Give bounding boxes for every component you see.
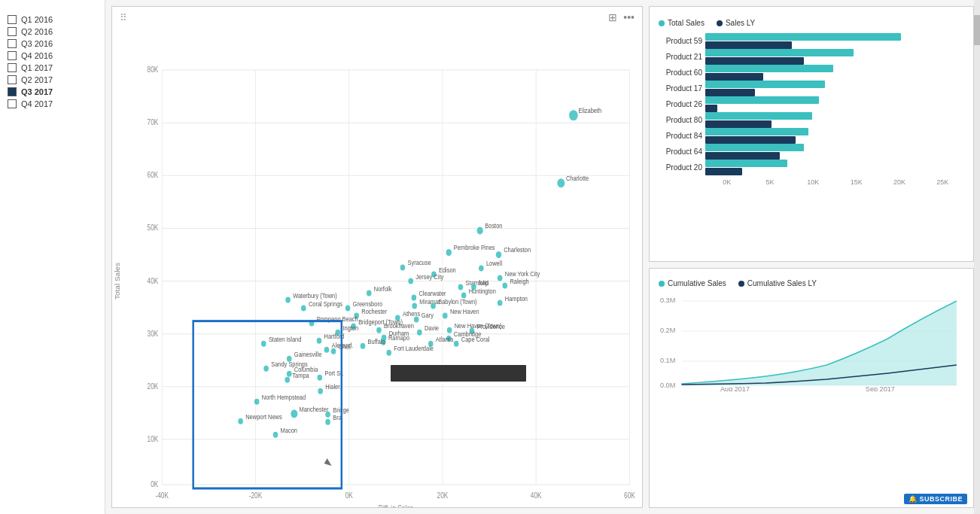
checkbox-7[interactable]	[8, 99, 17, 108]
svg-text:Gary: Gary	[422, 312, 434, 319]
sidebar-item-q1-2016[interactable]: Q1 2016	[8, 15, 97, 24]
legend-cum-sales-ly: Cumulative Sales LY	[738, 279, 817, 287]
bar-total-2	[705, 65, 833, 72]
scatter-plot: .grid-line { stroke: #e8e8e8; stroke-wid…	[112, 25, 642, 507]
sidebar-label-2: Q3 2016	[21, 39, 53, 48]
svg-text:20K: 20K	[148, 382, 160, 391]
bar-row-4: Product 26	[659, 96, 964, 112]
scrollbar-thumb[interactable]	[974, 15, 980, 45]
legend-cum-sales: Cumulative Sales	[659, 279, 726, 287]
checkbox-6[interactable]	[8, 87, 17, 96]
sidebar-item-q4-2016[interactable]: Q4 2016	[8, 51, 97, 60]
checkbox-1[interactable]	[8, 27, 17, 36]
svg-rect-144	[193, 321, 342, 488]
scrollbar[interactable]	[974, 0, 980, 514]
svg-point-70	[285, 297, 291, 303]
svg-text:Fort Lauderdale: Fort Lauderdale	[394, 345, 434, 352]
sidebar-item-q3-2017[interactable]: Q3 2017	[8, 87, 97, 96]
svg-point-34	[557, 178, 565, 187]
svg-text:40K: 40K	[531, 491, 543, 500]
svg-text:Total Sales: Total Sales	[114, 263, 121, 300]
svg-text:Gainesville: Gainesville	[294, 351, 322, 358]
bar-chart-legend: Total Sales Sales LY	[659, 19, 964, 27]
sidebar-label-7: Q4 2017	[21, 99, 53, 108]
sidebar-item-q1-2017[interactable]: Q1 2017	[8, 63, 97, 72]
bar-ly-0	[705, 41, 792, 49]
svg-text:Charlotte: Charlotte	[566, 175, 589, 183]
bar-ly-1	[705, 57, 804, 65]
svg-text:-20K: -20K	[249, 491, 263, 500]
svg-text:70K: 70K	[148, 118, 160, 126]
svg-text:Jersey City: Jersey City	[415, 273, 444, 281]
checkbox-5[interactable]	[8, 75, 17, 84]
svg-text:0K: 0K	[345, 491, 354, 500]
svg-point-38	[446, 249, 452, 256]
svg-text:0K: 0K	[151, 480, 159, 488]
bar-axis-20k: 20K	[878, 178, 921, 186]
svg-point-66	[431, 303, 436, 309]
subscribe-label: SUBSCRIBE	[919, 495, 963, 503]
svg-text:Staten Island: Staten Island	[269, 336, 302, 343]
svg-point-104	[454, 341, 459, 347]
legend-total-sales: Total Sales	[659, 19, 705, 27]
svg-text:Pembroke Pines: Pembroke Pines	[454, 245, 495, 252]
subscribe-button[interactable]: 🔔 SUBSCRIBE	[904, 494, 967, 504]
sidebar-label-6: Q3 2017	[21, 87, 53, 96]
bar-total-7	[705, 144, 804, 151]
svg-text:Davie: Davie	[425, 324, 439, 332]
checkbox-2[interactable]	[8, 39, 17, 48]
svg-point-60	[412, 295, 417, 301]
svg-text:Providence: Providence	[477, 323, 506, 330]
checkbox-4[interactable]	[8, 63, 17, 72]
bar-label-5: Product 80	[659, 116, 702, 124]
svg-point-130	[263, 366, 269, 372]
sidebar-item-q4-2017[interactable]: Q4 2017	[8, 99, 97, 108]
svg-text:0.3M: 0.3M	[660, 297, 675, 304]
bar-total-6	[705, 128, 808, 135]
svg-text:New Haven: New Haven	[450, 308, 479, 315]
svg-point-118	[285, 377, 290, 383]
bar-label-1: Product 21	[659, 53, 702, 61]
checkbox-3[interactable]	[8, 51, 17, 60]
svg-text:Macon: Macon	[281, 427, 298, 434]
svg-point-94	[376, 327, 382, 333]
expand-icon[interactable]: ⊞	[608, 11, 617, 23]
sidebar-item-q2-2017[interactable]: Q2 2017	[8, 75, 97, 84]
bar-row-3: Product 17	[659, 81, 964, 96]
bar-ly-5	[705, 120, 772, 128]
bar-group-1	[705, 49, 964, 65]
svg-point-42	[400, 264, 406, 270]
svg-point-84	[417, 330, 422, 336]
bar-label-2: Product 60	[659, 68, 702, 77]
svg-point-134	[291, 409, 297, 418]
bar-ly-2	[705, 73, 763, 81]
svg-text:Greensboro: Greensboro	[353, 300, 383, 308]
svg-point-136	[325, 412, 330, 418]
bar-label-3: Product 17	[659, 84, 702, 93]
cum-chart-svg: 0.3M 0.2M 0.1M 0.0M Aug	[659, 293, 964, 391]
bar-total-3	[705, 81, 825, 88]
sidebar-item-q3-2016[interactable]: Q3 2016	[8, 39, 97, 48]
charts-row: ⠿ ⊞ ••• .grid-line { stroke: #e8e8e8; st…	[105, 0, 980, 514]
svg-point-102	[361, 343, 366, 349]
svg-point-32	[569, 110, 578, 120]
svg-point-126	[317, 338, 322, 344]
svg-text:Buffalo: Buffalo	[368, 338, 385, 345]
sidebar: Q1 2016Q2 2016Q3 2016Q4 2016Q1 2017Q2 20…	[0, 0, 105, 514]
svg-point-58	[367, 290, 372, 297]
bar-label-7: Product 64	[659, 148, 702, 156]
svg-text:Coral Springs: Coral Springs	[309, 300, 342, 308]
cum-sales-dot	[659, 281, 665, 287]
bar-label-8: Product 20	[659, 163, 702, 172]
svg-point-50	[498, 275, 503, 281]
svg-text:Raleigh: Raleigh	[510, 278, 529, 285]
svg-text:Port St.: Port St.	[324, 370, 343, 377]
svg-text:Aug 2017: Aug 2017	[720, 385, 750, 391]
bar-label-6: Product 84	[659, 132, 702, 140]
bar-group-0	[705, 33, 964, 49]
sidebar-item-q2-2016[interactable]: Q2 2016	[8, 27, 97, 36]
checkbox-0[interactable]	[8, 15, 17, 24]
bar-axis-0k: 0K	[705, 178, 748, 186]
bar-total-4	[705, 96, 819, 104]
more-icon[interactable]: •••	[623, 11, 635, 23]
